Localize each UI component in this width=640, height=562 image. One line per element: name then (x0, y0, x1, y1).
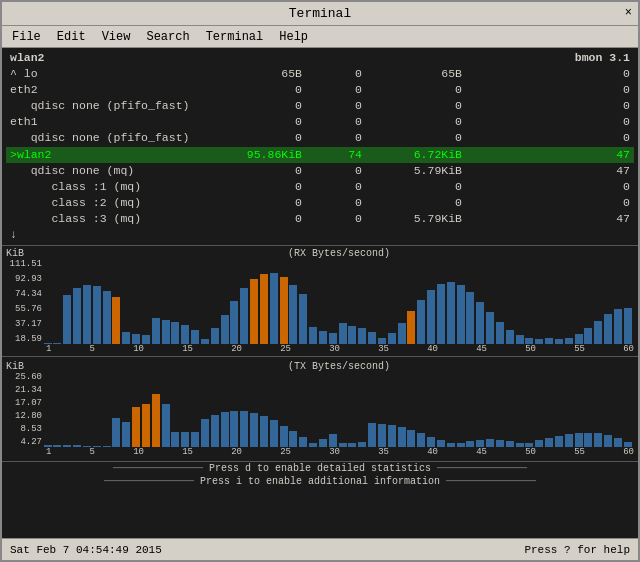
table-row: ^ lo 65B 0 65B 0 (6, 66, 634, 82)
table-header-col4 (366, 50, 466, 66)
menu-search[interactable]: Search (140, 29, 195, 45)
table-row: class :3 (mq) 0 0 5.79KiB 47 (6, 211, 634, 227)
table-row: class :1 (mq) 0 0 0 0 (6, 179, 634, 195)
tx-x-axis: 151015202530354045505560 (6, 447, 634, 457)
menu-terminal[interactable]: Terminal (200, 29, 270, 45)
table-row-selected: >wlan2 95.86KiB 74 6.72KiB 47 (6, 147, 634, 163)
tx-unit-label: KiB (6, 361, 44, 372)
interface-table: wlan2 bmon 3.1 ^ lo 65B 0 65B 0 eth2 (2, 48, 638, 246)
table-row: eth2 0 0 0 0 (6, 82, 634, 98)
table-header-row: wlan2 bmon 3.1 (6, 50, 634, 66)
table-row: qdisc none (pfifo_fast) 0 0 0 0 (6, 98, 634, 114)
datetime-label: Sat Feb 7 04:54:49 2015 (10, 544, 162, 556)
tx-graph-section: KiB (TX Bytes/second) 25.60 21.34 17.07 … (2, 359, 638, 457)
table-header-bmon: bmon 3.1 (466, 50, 634, 66)
close-button[interactable]: × (625, 6, 632, 20)
title-bar: Terminal × (2, 2, 638, 26)
table-row: qdisc none (mq) 0 0 5.79KiB 47 (6, 163, 634, 179)
table-row: ↓ (6, 227, 634, 243)
rx-graph-title: (RX Bytes/second) (44, 248, 634, 259)
info-line-1: ─────────────── Press d to enable detail… (2, 462, 638, 475)
help-label: Press ? for help (524, 544, 630, 556)
terminal-body: wlan2 bmon 3.1 ^ lo 65B 0 65B 0 eth2 (2, 48, 638, 538)
menu-bar: File Edit View Search Terminal Help (2, 26, 638, 48)
menu-help[interactable]: Help (273, 29, 314, 45)
table-row: class :2 (mq) 0 0 0 0 (6, 195, 634, 211)
graph-divider (2, 356, 638, 357)
rx-graph-section: KiB (RX Bytes/second) 111.51 92.93 74.34… (2, 246, 638, 354)
rx-graph-canvas (44, 259, 634, 344)
rx-unit-label: KiB (6, 248, 44, 259)
menu-file[interactable]: File (6, 29, 47, 45)
tx-y-axis: 25.60 21.34 17.07 12.80 8.53 4.27 (6, 372, 44, 447)
tx-graph-canvas (44, 372, 634, 447)
rx-graph-canvas-area (44, 259, 634, 344)
menu-edit[interactable]: Edit (51, 29, 92, 45)
table-header-col2 (206, 50, 306, 66)
info-line-2: ─────────────── Press i to enable additi… (2, 475, 638, 488)
tx-graph-canvas-area (44, 372, 634, 447)
rx-y-axis: 111.51 92.93 74.34 55.76 37.17 18.59 (6, 259, 44, 344)
table-row: eth1 0 0 0 0 (6, 114, 634, 130)
rx-x-axis: 151015202530354045505560 (6, 344, 634, 354)
menu-view[interactable]: View (96, 29, 137, 45)
status-bar: Sat Feb 7 04:54:49 2015 Press ? for help (2, 538, 638, 560)
tx-graph-title: (TX Bytes/second) (44, 361, 634, 372)
window-title: Terminal (289, 6, 351, 21)
table-header-col3 (306, 50, 366, 66)
terminal-window: Terminal × File Edit View Search Termina… (0, 0, 640, 562)
table-row: qdisc none (pfifo_fast) 0 0 0 0 (6, 130, 634, 146)
tx-graph-wrapper: 25.60 21.34 17.07 12.80 8.53 4.27 (6, 372, 634, 447)
rx-graph-wrapper: 111.51 92.93 74.34 55.76 37.17 18.59 (6, 259, 634, 344)
table-header-iface: wlan2 (6, 50, 206, 66)
